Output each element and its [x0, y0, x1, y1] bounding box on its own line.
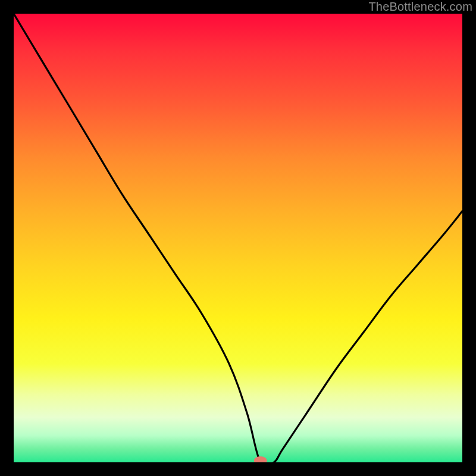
- optimal-marker: [254, 456, 267, 462]
- bottleneck-curve: [14, 14, 462, 462]
- attribution-label: TheBottleneck.com: [368, 0, 472, 14]
- bottleneck-chart: [14, 14, 462, 462]
- plot-area: [14, 14, 462, 462]
- chart-frame: TheBottleneck.com: [0, 0, 476, 476]
